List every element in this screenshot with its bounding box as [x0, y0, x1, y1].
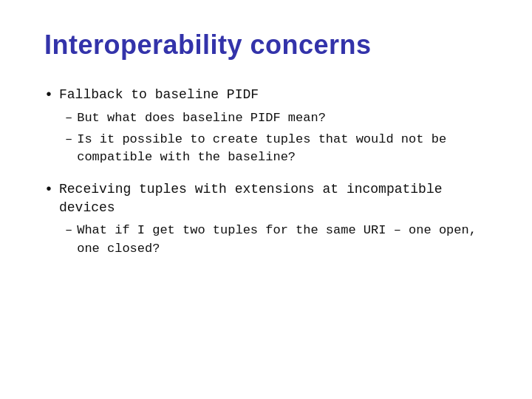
slide: Interoperability concerns • Fallback to …: [0, 0, 532, 399]
sub-text-1-1: But what does baseline PIDF mean?: [77, 109, 326, 128]
sub-text-1-2: Is it possible to create tuples that wou…: [77, 131, 488, 167]
bullet-text-1: Fallback to baseline PIDF: [59, 86, 259, 104]
sub-item-1-2: – Is it possible to create tuples that w…: [65, 131, 488, 167]
sub-items-2: – What if I get two tuples for the same …: [44, 222, 488, 258]
bullet-dot-2: •: [44, 180, 53, 200]
sub-text-2-1: What if I get two tuples for the same UR…: [77, 222, 488, 258]
sub-item-1-1: – But what does baseline PIDF mean?: [65, 109, 488, 128]
slide-content: • Fallback to baseline PIDF – But what d…: [44, 86, 488, 259]
bullet-main-1: • Fallback to baseline PIDF: [44, 86, 488, 105]
sub-dash-2-1: –: [65, 222, 72, 240]
sub-item-2-1: – What if I get two tuples for the same …: [65, 222, 488, 258]
sub-items-1: – But what does baseline PIDF mean? – Is…: [44, 109, 488, 167]
bullet-text-2: Receiving tuples with extensions at inco…: [59, 180, 488, 217]
bullet-dot-1: •: [44, 86, 53, 105]
sub-dash-1-2: –: [65, 131, 72, 149]
bullet-item-1: • Fallback to baseline PIDF – But what d…: [44, 86, 488, 167]
bullet-main-2: • Receiving tuples with extensions at in…: [44, 180, 488, 217]
sub-dash-1-1: –: [65, 109, 72, 128]
slide-title: Interoperability concerns: [44, 30, 488, 61]
bullet-item-2: • Receiving tuples with extensions at in…: [44, 180, 488, 259]
